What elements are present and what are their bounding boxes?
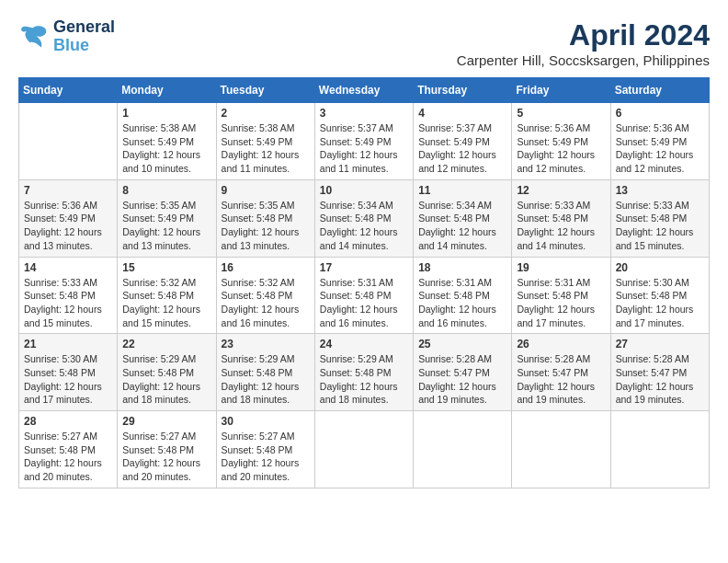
day-cell [314,411,413,488]
day-cell [19,103,118,180]
weekday-header-friday: Friday [512,78,610,103]
day-number: 27 [616,338,704,350]
day-info: Sunrise: 5:27 AMSunset: 5:48 PMDaylight:… [122,430,210,484]
day-number: 25 [418,338,506,350]
day-number: 16 [222,261,310,274]
day-number: 30 [222,415,310,428]
day-info: Sunrise: 5:37 AMSunset: 5:49 PMDaylight:… [320,121,408,176]
day-number: 29 [122,415,210,428]
day-cell: 6Sunrise: 5:36 AMSunset: 5:49 PMDaylight… [610,103,709,180]
day-info: Sunrise: 5:30 AMSunset: 5:48 PMDaylight:… [616,276,704,330]
day-info: Sunrise: 5:35 AMSunset: 5:49 PMDaylight:… [122,199,210,253]
day-number: 12 [517,184,605,197]
day-info: Sunrise: 5:29 AMSunset: 5:48 PMDaylight:… [122,352,210,407]
month-title: April 2024 [457,18,710,52]
day-cell: 26Sunrise: 5:28 AMSunset: 5:47 PMDayligh… [512,334,610,411]
day-cell: 15Sunrise: 5:32 AMSunset: 5:48 PMDayligh… [118,257,216,334]
weekday-header-tuesday: Tuesday [216,78,314,103]
title-section: April 2024 Carpenter Hill, Soccsksargen,… [457,18,710,68]
day-cell: 19Sunrise: 5:31 AMSunset: 5:48 PMDayligh… [512,257,610,334]
day-cell: 24Sunrise: 5:29 AMSunset: 5:48 PMDayligh… [314,334,413,411]
day-info: Sunrise: 5:38 AMSunset: 5:49 PMDaylight:… [122,121,210,176]
day-number: 14 [24,261,112,274]
day-info: Sunrise: 5:33 AMSunset: 5:48 PMDaylight:… [24,276,112,330]
day-number: 3 [320,107,408,120]
day-number: 11 [418,184,506,197]
day-number: 20 [616,261,704,274]
day-info: Sunrise: 5:34 AMSunset: 5:48 PMDaylight:… [320,199,408,253]
day-cell: 28Sunrise: 5:27 AMSunset: 5:48 PMDayligh… [19,411,118,488]
day-cell: 7Sunrise: 5:36 AMSunset: 5:49 PMDaylight… [19,179,118,257]
day-number: 6 [616,107,704,120]
day-info: Sunrise: 5:29 AMSunset: 5:48 PMDaylight:… [222,352,310,407]
day-cell: 12Sunrise: 5:33 AMSunset: 5:48 PMDayligh… [512,179,610,257]
day-info: Sunrise: 5:29 AMSunset: 5:48 PMDaylight:… [320,352,408,407]
day-cell [512,411,610,488]
logo-icon [18,24,48,50]
logo-text: General Blue [53,18,115,55]
day-cell: 11Sunrise: 5:34 AMSunset: 5:48 PMDayligh… [414,179,512,257]
day-cell: 29Sunrise: 5:27 AMSunset: 5:48 PMDayligh… [118,411,216,488]
day-cell: 5Sunrise: 5:36 AMSunset: 5:49 PMDaylight… [512,103,610,180]
day-number: 19 [517,261,605,274]
day-info: Sunrise: 5:32 AMSunset: 5:48 PMDaylight:… [222,276,310,330]
day-cell [414,411,512,488]
day-number: 9 [222,184,310,197]
day-info: Sunrise: 5:36 AMSunset: 5:49 PMDaylight:… [517,121,605,176]
week-row-5: 28Sunrise: 5:27 AMSunset: 5:48 PMDayligh… [19,411,710,488]
week-row-1: 1Sunrise: 5:38 AMSunset: 5:49 PMDaylight… [19,103,710,180]
day-number: 5 [517,107,605,120]
day-info: Sunrise: 5:35 AMSunset: 5:48 PMDaylight:… [222,199,310,253]
day-info: Sunrise: 5:36 AMSunset: 5:49 PMDaylight:… [24,199,112,253]
day-info: Sunrise: 5:30 AMSunset: 5:48 PMDaylight:… [24,352,112,407]
day-cell [610,411,709,488]
day-info: Sunrise: 5:28 AMSunset: 5:47 PMDaylight:… [517,352,605,407]
day-cell: 20Sunrise: 5:30 AMSunset: 5:48 PMDayligh… [610,257,709,334]
day-number: 13 [616,184,704,197]
day-number: 17 [320,261,408,274]
day-cell: 3Sunrise: 5:37 AMSunset: 5:49 PMDaylight… [314,103,413,180]
day-cell: 27Sunrise: 5:28 AMSunset: 5:47 PMDayligh… [610,334,709,411]
day-cell: 16Sunrise: 5:32 AMSunset: 5:48 PMDayligh… [216,257,314,334]
day-info: Sunrise: 5:28 AMSunset: 5:47 PMDaylight:… [418,352,506,407]
day-cell: 2Sunrise: 5:38 AMSunset: 5:49 PMDaylight… [216,103,314,180]
day-info: Sunrise: 5:28 AMSunset: 5:47 PMDaylight:… [616,352,704,407]
day-info: Sunrise: 5:33 AMSunset: 5:48 PMDaylight:… [616,199,704,253]
day-cell: 21Sunrise: 5:30 AMSunset: 5:48 PMDayligh… [19,334,118,411]
header: General Blue April 2024 Carpenter Hill, … [18,18,710,68]
weekday-header-saturday: Saturday [610,78,709,103]
day-cell: 30Sunrise: 5:27 AMSunset: 5:48 PMDayligh… [216,411,314,488]
location-subtitle: Carpenter Hill, Soccsksargen, Philippine… [457,52,710,68]
day-number: 21 [24,338,112,350]
calendar-table: SundayMondayTuesdayWednesdayThursdayFrid… [18,77,710,488]
week-row-4: 21Sunrise: 5:30 AMSunset: 5:48 PMDayligh… [19,334,710,411]
day-number: 15 [122,261,210,274]
day-number: 1 [122,107,210,120]
day-cell: 9Sunrise: 5:35 AMSunset: 5:48 PMDaylight… [216,179,314,257]
day-info: Sunrise: 5:33 AMSunset: 5:48 PMDaylight:… [517,199,605,253]
day-cell: 18Sunrise: 5:31 AMSunset: 5:48 PMDayligh… [414,257,512,334]
day-info: Sunrise: 5:36 AMSunset: 5:49 PMDaylight:… [616,121,704,176]
day-info: Sunrise: 5:38 AMSunset: 5:49 PMDaylight:… [222,121,310,176]
day-number: 23 [222,338,310,350]
day-number: 4 [418,107,506,120]
day-number: 2 [222,107,310,120]
day-number: 26 [517,338,605,350]
day-info: Sunrise: 5:34 AMSunset: 5:48 PMDaylight:… [418,199,506,253]
day-info: Sunrise: 5:31 AMSunset: 5:48 PMDaylight:… [517,276,605,330]
day-number: 7 [24,184,112,197]
day-cell: 22Sunrise: 5:29 AMSunset: 5:48 PMDayligh… [118,334,216,411]
day-number: 24 [320,338,408,350]
weekday-header-monday: Monday [118,78,216,103]
day-number: 28 [24,415,112,428]
weekday-header-wednesday: Wednesday [314,78,413,103]
day-cell: 17Sunrise: 5:31 AMSunset: 5:48 PMDayligh… [314,257,413,334]
day-cell: 13Sunrise: 5:33 AMSunset: 5:48 PMDayligh… [610,179,709,257]
day-info: Sunrise: 5:37 AMSunset: 5:49 PMDaylight:… [418,121,506,176]
weekday-header-thursday: Thursday [414,78,512,103]
day-number: 22 [122,338,210,350]
day-info: Sunrise: 5:27 AMSunset: 5:48 PMDaylight:… [222,430,310,484]
weekday-header-sunday: Sunday [19,78,118,103]
weekday-header-row: SundayMondayTuesdayWednesdayThursdayFrid… [19,78,710,103]
week-row-3: 14Sunrise: 5:33 AMSunset: 5:48 PMDayligh… [19,257,710,334]
